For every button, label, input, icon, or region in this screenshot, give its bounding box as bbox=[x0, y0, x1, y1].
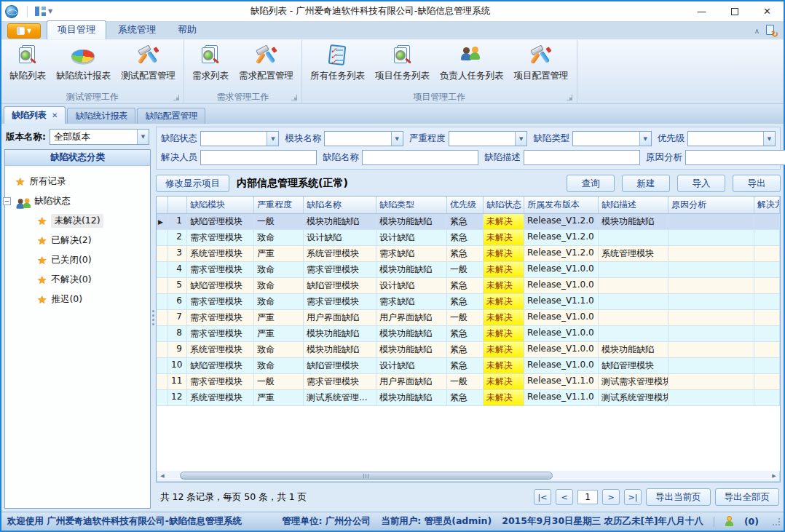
ribbon-tab-help[interactable]: 帮助 bbox=[167, 21, 207, 39]
group-dialog-launcher-icon[interactable] bbox=[291, 95, 297, 100]
table-row[interactable]: 6需求管理模块致命需求管理模块需求缺陷紧急未解决Release_V1.1.0 bbox=[157, 294, 780, 310]
column-header-cause[interactable]: 原因分析 bbox=[668, 196, 754, 213]
all-tasks-button[interactable]: ✓✓✓ 所有任务列表 bbox=[305, 42, 370, 84]
defect-desc-input[interactable] bbox=[524, 150, 640, 165]
dropdown-arrow-icon[interactable]: ▼ bbox=[639, 132, 651, 146]
group-dialog-launcher-icon[interactable] bbox=[567, 95, 572, 100]
table-row[interactable]: 3系统管理模块严重系统管理模块需求缺陷紧急未解决Release_V1.2.0系统… bbox=[157, 246, 780, 262]
search-button[interactable]: 查询 bbox=[567, 175, 615, 192]
table-row[interactable]: 8需求管理模块严重模块功能缺陷模块功能缺陷紧急未解决Release_V1.0.0 bbox=[157, 326, 780, 342]
tree-item-all-records[interactable]: ★ 所有记录 bbox=[15, 172, 147, 191]
ribbon-collapse-icon[interactable]: ∧ bbox=[754, 27, 760, 35]
column-header-status[interactable]: 缺陷状态 bbox=[484, 196, 524, 213]
column-header-severity[interactable]: 严重程度 bbox=[254, 196, 304, 213]
export-all-pages-button[interactable]: 导出全部页 bbox=[715, 488, 780, 506]
collapse-expander-icon[interactable]: − bbox=[3, 197, 11, 205]
quick-access-grid-icon[interactable] bbox=[35, 7, 46, 16]
dropdown-arrow-icon[interactable]: ▼ bbox=[391, 132, 403, 146]
tree-item-wontfix[interactable]: ★ 不解决(0) bbox=[15, 270, 147, 290]
column-header-name[interactable]: 缺陷名称 bbox=[304, 196, 376, 213]
column-header-release[interactable]: 所属发布版本 bbox=[524, 196, 599, 213]
quick-access-caret-icon[interactable]: ▼ bbox=[48, 8, 52, 15]
sidebar-splitter[interactable] bbox=[151, 124, 156, 512]
doc-tab-defect-list[interactable]: 缺陷列表 ✕ bbox=[4, 106, 66, 124]
page-number-input[interactable] bbox=[577, 490, 598, 504]
defect-status-dropdown[interactable]: ▼ bbox=[200, 131, 279, 146]
column-header-module[interactable]: 缺陷模块 bbox=[187, 196, 254, 213]
cell-release: Release_V1.2.0 bbox=[524, 214, 599, 229]
resolver-input[interactable] bbox=[200, 150, 317, 165]
help-icon[interactable]: ↻ bbox=[765, 25, 778, 37]
requirement-config-button[interactable]: 需求配置管理 bbox=[234, 42, 299, 84]
defect-type-dropdown[interactable]: ▼ bbox=[572, 131, 651, 146]
doc-tab-defect-config[interactable]: 缺陷配置管理 bbox=[137, 108, 205, 124]
export-current-page-button[interactable]: 导出当前页 bbox=[646, 488, 711, 506]
modify-columns-button[interactable]: 修改显示项目 bbox=[156, 175, 229, 192]
severity-dropdown[interactable]: ▼ bbox=[449, 131, 527, 146]
close-button[interactable]: ✕ bbox=[751, 1, 784, 21]
horizontal-scrollbar[interactable]: ◀ ▶ bbox=[157, 471, 780, 482]
dropdown-arrow-icon[interactable]: ▼ bbox=[137, 130, 149, 144]
scroll-left-icon[interactable]: ◀ bbox=[157, 473, 167, 479]
cell-release: Release_V1.0.0 bbox=[524, 262, 599, 277]
import-button[interactable]: 导入 bbox=[677, 175, 725, 192]
defect-list-button[interactable]: 缺陷列表 bbox=[4, 42, 51, 84]
table-row[interactable]: 12系统管理模块严重测试系统管理...模块功能缺陷紧急未解决Release_V1… bbox=[157, 390, 780, 406]
application-menu-button[interactable]: ▼ bbox=[7, 23, 41, 39]
column-header-priority[interactable]: 优先级 bbox=[447, 196, 484, 213]
export-button[interactable]: 导出 bbox=[733, 175, 781, 192]
title-bar: ▼ 缺陷列表 - 广州爱奇迪软件科技有限公司-缺陷信息管理系统 — ✕ bbox=[1, 1, 784, 21]
tab-close-icon[interactable]: ✕ bbox=[52, 111, 58, 119]
cell-status: 未解决 bbox=[484, 294, 524, 309]
tree-item-postponed[interactable]: ★ 推迟(0) bbox=[15, 290, 147, 309]
table-row[interactable]: 9系统管理模块致命模块功能缺陷模块功能缺陷紧急未解决Release_V1.0.0… bbox=[157, 342, 780, 358]
scroll-right-icon[interactable]: ▶ bbox=[769, 473, 779, 479]
cause-input[interactable] bbox=[685, 150, 785, 165]
defect-report-button[interactable]: 缺陷统计报表 bbox=[51, 42, 116, 84]
table-row[interactable]: ▶1缺陷管理模块一般模块功能缺陷模块功能缺陷紧急未解决Release_V1.2.… bbox=[157, 214, 780, 230]
maximize-button[interactable] bbox=[718, 1, 751, 21]
scrollbar-thumb[interactable] bbox=[180, 472, 553, 480]
project-config-button[interactable]: 项目配置管理 bbox=[509, 42, 574, 84]
table-row[interactable]: 2需求管理模块致命设计缺陷设计缺陷紧急未解决Release_V1.2.0 bbox=[157, 230, 780, 246]
dropdown-arrow-icon[interactable]: ▼ bbox=[267, 132, 278, 146]
minimize-button[interactable]: — bbox=[685, 1, 718, 21]
table-row[interactable]: 11需求管理模块一般需求管理模块用户界面缺陷一般未解决Release_V1.1.… bbox=[157, 374, 780, 390]
test-config-button[interactable]: 测试配置管理 bbox=[116, 42, 181, 84]
version-dropdown[interactable]: 全部版本 ▼ bbox=[50, 129, 149, 145]
prev-page-button[interactable]: < bbox=[556, 489, 573, 505]
column-header-solution[interactable]: 解决方法 bbox=[754, 196, 780, 213]
table-row[interactable]: 10缺陷管理模块致命缺陷管理模块设计缺陷紧急未解决Release_V1.0.0缺… bbox=[157, 358, 780, 374]
table-row[interactable]: 4需求管理模块致命需求管理模块模块功能缺陷一般未解决Release_V1.0.0 bbox=[157, 262, 780, 278]
first-page-button[interactable]: |< bbox=[534, 489, 551, 505]
filter-panel: 缺陷状态 ▼ 模块名称 ▼ 严重程度 ▼ 缺陷类型 ▼ bbox=[156, 127, 781, 170]
ribbon-tab-project[interactable]: 项目管理 bbox=[47, 20, 106, 39]
cell-severity: 致命 bbox=[254, 294, 304, 309]
online-user-icon[interactable] bbox=[725, 516, 734, 527]
tree-item-resolved[interactable]: ★ 已解决(2) bbox=[15, 231, 147, 250]
table-row[interactable]: 7需求管理模块严重用户界面缺陷用户界面缺陷一般未解决Release_V1.0.0 bbox=[157, 310, 780, 326]
group-dialog-launcher-icon[interactable] bbox=[173, 95, 179, 100]
tree-item-defect-status[interactable]: − 缺陷状态 bbox=[15, 191, 147, 211]
last-page-button[interactable]: >| bbox=[624, 489, 642, 505]
next-page-button[interactable]: > bbox=[602, 489, 620, 505]
project-tasks-button[interactable]: 项目任务列表 bbox=[370, 42, 435, 84]
owner-tasks-button[interactable]: 负责人任务列表 bbox=[435, 42, 509, 84]
table-row[interactable]: 5缺陷管理模块致命缺陷管理模块设计缺陷紧急未解决Release_V1.0.0 bbox=[157, 278, 780, 294]
column-header-description[interactable]: 缺陷描述 bbox=[599, 196, 668, 213]
dropdown-arrow-icon[interactable]: ▼ bbox=[763, 132, 775, 146]
row-selector-arrow-icon bbox=[157, 262, 168, 277]
resize-grip[interactable] bbox=[772, 517, 781, 526]
dropdown-arrow-icon[interactable]: ▼ bbox=[515, 132, 526, 146]
priority-dropdown[interactable]: ▼ bbox=[687, 131, 776, 146]
ribbon-tab-system[interactable]: 系统管理 bbox=[108, 21, 166, 39]
scrollbar-track[interactable] bbox=[167, 471, 769, 481]
module-name-dropdown[interactable]: ▼ bbox=[324, 131, 403, 146]
defect-name-input[interactable] bbox=[362, 150, 478, 165]
tree-item-unresolved[interactable]: ★ 未解决(12) bbox=[15, 211, 147, 231]
requirement-list-button[interactable]: 需求列表 bbox=[187, 42, 234, 84]
tree-item-closed[interactable]: ★ 已关闭(0) bbox=[15, 250, 147, 270]
doc-tab-defect-report[interactable]: 缺陷统计报表 bbox=[67, 108, 135, 124]
column-header-type[interactable]: 缺陷类型 bbox=[376, 196, 447, 213]
new-button[interactable]: 新建 bbox=[622, 175, 670, 192]
